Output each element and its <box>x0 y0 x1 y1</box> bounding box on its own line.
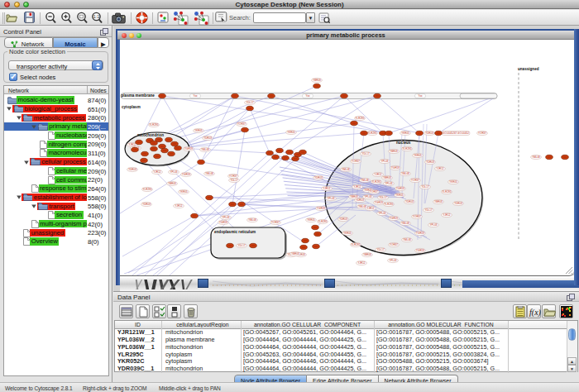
svg-text:YLR295: YLR295 <box>385 203 394 206</box>
svg-text:YJR12: YJR12 <box>353 185 361 189</box>
svg-text:YLR295: YLR295 <box>372 180 381 184</box>
svg-text:YLR295: YLR295 <box>143 188 152 191</box>
svg-text:YKR05: YKR05 <box>287 131 295 134</box>
svg-text:YML08: YML08 <box>403 238 411 241</box>
svg-text:YGR19: YGR19 <box>396 187 404 190</box>
svg-text:YPL03: YPL03 <box>222 216 229 219</box>
svg-text:f(x): f(x) <box>529 308 542 318</box>
svg-text:YBR03: YBR03 <box>313 79 321 82</box>
svg-text:Yxx: Yxx <box>418 94 423 98</box>
svg-text:YOR37: YOR37 <box>370 190 378 194</box>
svg-text:YLR295: YLR295 <box>443 190 452 194</box>
svg-text:unassigned: unassigned <box>518 67 539 71</box>
svg-text:YDL17: YDL17 <box>379 196 387 199</box>
svg-text:YML08: YML08 <box>401 222 409 225</box>
svg-text:YML08: YML08 <box>205 172 213 175</box>
svg-text:YJR12: YJR12 <box>366 207 374 210</box>
svg-text:YML08: YML08 <box>248 218 256 222</box>
svg-text:YBR03: YBR03 <box>390 150 398 153</box>
svg-text:YBR03: YBR03 <box>291 252 299 256</box>
svg-text:YML08: YML08 <box>358 205 366 208</box>
svg-text:YML08: YML08 <box>401 172 409 175</box>
svg-text:1:1: 1:1 <box>93 14 100 19</box>
svg-text:YLR295: YLR295 <box>368 131 377 135</box>
svg-text:YPL03: YPL03 <box>327 197 334 200</box>
svg-text:YJR12: YJR12 <box>323 187 330 190</box>
svg-text:YDR03: YDR03 <box>339 218 347 221</box>
svg-text:YOR37: YOR37 <box>411 179 419 182</box>
svg-text:YDL17: YDL17 <box>237 244 246 247</box>
svg-text:YKR05: YKR05 <box>307 218 315 222</box>
svg-text:YDR03: YDR03 <box>142 203 151 206</box>
svg-text:YGR19: YGR19 <box>391 166 400 170</box>
svg-text:YDL17: YDL17 <box>361 152 370 155</box>
svg-text:YDL17: YDL17 <box>421 185 429 189</box>
svg-text:YKR05: YKR05 <box>449 180 457 184</box>
svg-text:YKR05: YKR05 <box>179 190 188 194</box>
svg-text:YJR12: YJR12 <box>374 173 381 176</box>
svg-text:YKR05: YKR05 <box>395 194 404 197</box>
svg-text:YBR03: YBR03 <box>363 253 371 256</box>
svg-text:YML08: YML08 <box>532 155 540 159</box>
svg-text:YDR03: YDR03 <box>203 136 212 140</box>
svg-text:YLR295: YLR295 <box>318 220 328 223</box>
svg-text:YLR295: YLR295 <box>150 123 159 127</box>
svg-text:YJR12: YJR12 <box>443 213 450 217</box>
svg-text:YOR37: YOR37 <box>229 174 237 178</box>
svg-text:YDR03: YDR03 <box>454 202 462 205</box>
svg-text:YKR05: YKR05 <box>343 232 352 235</box>
svg-text:YPL03: YPL03 <box>385 182 392 185</box>
svg-text:endoplasmic reticulum: endoplasmic reticulum <box>214 230 256 234</box>
svg-text:plasma membrane: plasma membrane <box>122 93 156 98</box>
svg-text:YJR12: YJR12 <box>175 204 182 208</box>
svg-text:YPL03: YPL03 <box>429 223 437 227</box>
svg-text:GO.0045267.GO.00452: GO.0045267.GO.00452 <box>443 131 469 135</box>
svg-text:YOR37: YOR37 <box>390 243 398 246</box>
svg-text:YDR03: YDR03 <box>405 200 414 203</box>
svg-text:YJR12: YJR12 <box>357 261 365 265</box>
svg-text:YLR295: YLR295 <box>403 147 412 151</box>
svg-text:YLR295: YLR295 <box>352 243 361 246</box>
svg-text:YPL03: YPL03 <box>389 259 396 262</box>
svg-text:YBR03: YBR03 <box>350 195 358 198</box>
svg-text:YPL03: YPL03 <box>380 160 388 163</box>
svg-text:YOR37: YOR37 <box>413 215 421 218</box>
svg-text:YOR37: YOR37 <box>271 221 280 224</box>
svg-text:YDR03: YDR03 <box>426 160 434 164</box>
svg-text:YBR03: YBR03 <box>383 176 391 179</box>
svg-text:YJR12: YJR12 <box>153 170 160 174</box>
svg-text:YDL17: YDL17 <box>230 179 238 182</box>
svg-text:YGR19: YGR19 <box>184 147 193 151</box>
svg-text:YPL03: YPL03 <box>364 195 371 198</box>
svg-text:YML08: YML08 <box>342 168 350 171</box>
svg-text:YML08: YML08 <box>201 148 209 151</box>
svg-text:YDL17: YDL17 <box>246 101 254 104</box>
svg-text:YML08: YML08 <box>361 179 369 182</box>
svg-text:YPL03: YPL03 <box>170 170 177 174</box>
svg-text:YDR03: YDR03 <box>314 176 323 179</box>
svg-text:YOR37: YOR37 <box>478 131 486 135</box>
svg-text:YDR03: YDR03 <box>128 168 136 171</box>
svg-text:Yxx: Yxx <box>193 94 198 98</box>
svg-text:YBR03: YBR03 <box>434 200 443 203</box>
svg-text:YDR03: YDR03 <box>356 198 364 202</box>
svg-text:YGR19: YGR19 <box>416 249 424 252</box>
svg-text:nucleus: nucleus <box>396 141 411 145</box>
svg-text:YDR03: YDR03 <box>425 131 433 135</box>
svg-text:mitochondrion: mitochondrion <box>137 133 164 137</box>
svg-text:YDL17: YDL17 <box>424 208 433 212</box>
svg-text:YPL03: YPL03 <box>378 212 385 215</box>
svg-text:YOR37: YOR37 <box>352 160 360 163</box>
svg-text:Yxx: Yxx <box>305 94 310 98</box>
svg-text:YGR19: YGR19 <box>317 207 325 210</box>
svg-text:YLR295: YLR295 <box>356 117 365 120</box>
svg-text:YKR05: YKR05 <box>194 129 203 132</box>
svg-text:YGR19: YGR19 <box>219 221 227 224</box>
svg-text:YKR05: YKR05 <box>401 131 409 135</box>
svg-text:YJR12: YJR12 <box>436 167 443 170</box>
svg-text:YKR05: YKR05 <box>414 154 422 157</box>
svg-text:YDL17: YDL17 <box>376 248 385 251</box>
svg-text:YGR19: YGR19 <box>416 232 424 235</box>
svg-text:YOR37: YOR37 <box>237 122 246 126</box>
svg-text:YGR19: YGR19 <box>390 217 398 220</box>
